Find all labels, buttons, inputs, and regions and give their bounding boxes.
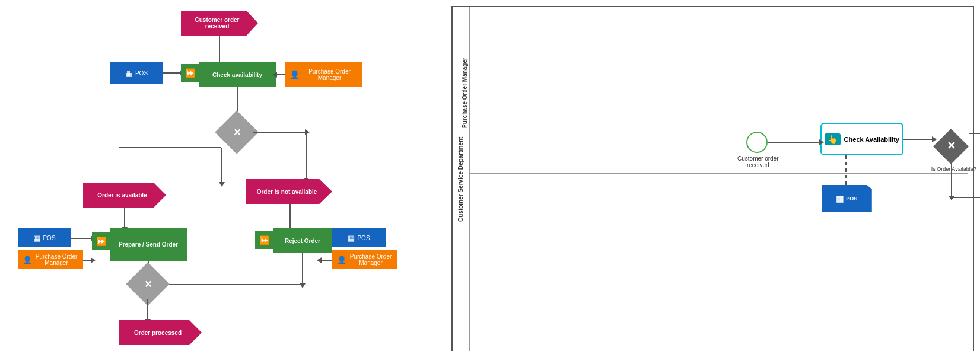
order-not-available-node: Order is not available — [246, 179, 332, 204]
order-available-node: Order is available — [83, 183, 166, 208]
is-order-available-label: Is Order Available? — [927, 166, 980, 172]
purchase-order-mgr-right-node: 👤 Purchase Order Manager — [332, 250, 397, 269]
check-availability-right-node: 👆 Check Availability — [820, 123, 903, 155]
start-event-right — [746, 132, 768, 153]
purchase-order-mgr-left-node: 👤 Purchase Order Manager — [18, 250, 83, 269]
check-availability-node: Check availability — [199, 62, 276, 87]
pos-mid-left-node: ▦ POS — [822, 185, 872, 212]
prepare-send-node: Prepare / Send Order — [110, 228, 187, 261]
purchase-order-mgr-top-node: 👤 Purchase Order Manager — [285, 62, 362, 87]
right-diagram: Customer Service Department Purchase Ord… — [451, 6, 974, 351]
left-diagram: Customer order received ▦ POS ⏩ Check av… — [0, 0, 446, 351]
order-processed-node: Order processed — [119, 320, 202, 345]
svg-text:✕: ✕ — [946, 140, 955, 152]
gateway-order-available: ✕ — [933, 129, 969, 164]
customer-order-node: Customer order received — [181, 11, 258, 36]
pos-top-left-node: ▦ POS — [110, 62, 163, 84]
reject-order-node: Reject Order — [273, 228, 332, 253]
customer-order-right-label: Customer order received — [731, 155, 785, 168]
lane1-label: Purchase Order Manager — [462, 19, 468, 167]
pos-bottom-left-node: ▦ POS — [18, 228, 71, 247]
pos-right-node: ▦ POS — [332, 228, 386, 247]
